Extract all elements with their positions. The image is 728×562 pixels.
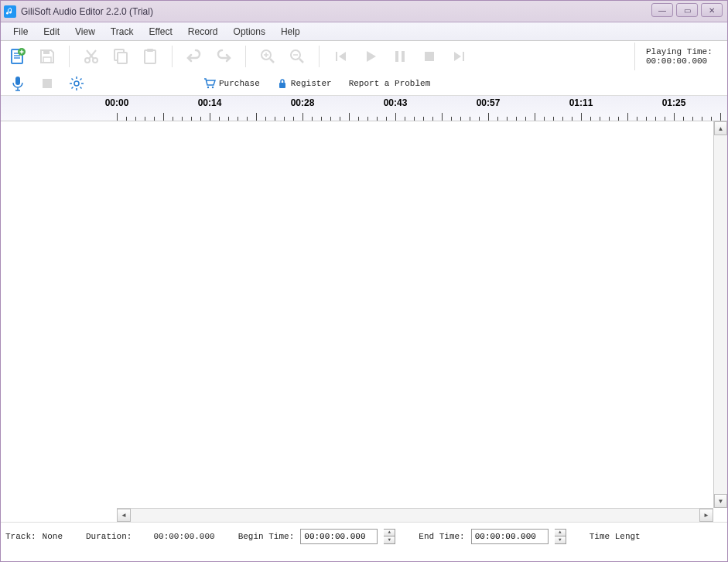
- main-toolbar: Playing Time: 00:00:00.000: [1, 41, 727, 72]
- svg-rect-5: [43, 50, 50, 54]
- timeline-label: 00:57: [477, 97, 501, 108]
- register-label: Register: [291, 79, 332, 88]
- timeline-label: 00:28: [291, 97, 315, 108]
- maximize-button[interactable]: ▭: [676, 3, 698, 17]
- record-mic-button[interactable]: [9, 74, 27, 93]
- play-button[interactable]: [361, 47, 380, 66]
- skip-forward-button[interactable]: [449, 47, 468, 66]
- titlebar: GiliSoft Audio Editor 2.2.0 (Trial) — ▭ …: [1, 1, 727, 22]
- menu-edit[interactable]: Edit: [37, 25, 66, 39]
- stop-record-button[interactable]: [38, 74, 56, 93]
- menu-track[interactable]: Track: [104, 25, 140, 39]
- purchase-label: Purchase: [219, 79, 260, 88]
- report-label: Report a Problem: [349, 79, 431, 88]
- new-file-button[interactable]: [9, 47, 27, 66]
- svg-rect-12: [118, 53, 127, 63]
- track-value: None: [43, 532, 63, 541]
- begin-time-label: Begin Time:: [238, 532, 295, 541]
- svg-line-16: [270, 59, 274, 63]
- svg-rect-25: [425, 52, 434, 61]
- undo-button[interactable]: [185, 47, 203, 66]
- timeline-ruler[interactable]: 00:0000:1400:2800:4300:5701:1101:25: [1, 95, 727, 121]
- end-time-up[interactable]: ▲: [555, 530, 566, 536]
- scroll-left-button[interactable]: ◄: [117, 509, 131, 522]
- end-time-spinner: ▲ ▼: [555, 529, 566, 544]
- menubar: File Edit View Track Effect Record Optio…: [1, 22, 727, 41]
- settings-button[interactable]: [67, 74, 86, 93]
- scroll-down-button[interactable]: ▼: [714, 494, 727, 508]
- minimize-button[interactable]: —: [651, 3, 673, 17]
- timeline-label: 00:00: [105, 97, 129, 108]
- svg-point-4: [18, 48, 26, 56]
- timeline-label: 00:43: [384, 97, 408, 108]
- close-button[interactable]: ✕: [701, 3, 723, 17]
- paste-button[interactable]: [141, 47, 159, 66]
- secondary-toolbar: Purchase Register Report a Problem: [1, 72, 727, 95]
- begin-time-down[interactable]: ▼: [384, 536, 395, 543]
- waveform-canvas[interactable]: [1, 121, 713, 508]
- report-problem-link[interactable]: Report a Problem: [346, 77, 434, 90]
- register-link[interactable]: Register: [274, 77, 335, 90]
- end-time-input[interactable]: [471, 529, 549, 544]
- time-length-label: Time Lengt: [590, 532, 641, 541]
- playing-time-display: Playing Time: 00:00:00.000: [634, 43, 719, 70]
- end-time-down[interactable]: ▼: [555, 536, 566, 543]
- playing-time-label: Playing Time:: [646, 47, 719, 56]
- redo-button[interactable]: [214, 47, 233, 66]
- svg-rect-0: [12, 49, 22, 63]
- track-label: Track:: [5, 532, 36, 541]
- menu-record[interactable]: Record: [182, 25, 224, 39]
- svg-rect-22: [336, 52, 337, 61]
- svg-point-29: [74, 81, 79, 86]
- horizontal-scrollbar: ◄ ►: [117, 508, 713, 522]
- begin-time-spinner: ▲ ▼: [384, 529, 395, 544]
- svg-rect-32: [279, 83, 285, 88]
- waveform-area: ▲ ▼: [1, 121, 727, 508]
- svg-line-20: [299, 59, 303, 63]
- svg-rect-24: [402, 51, 405, 62]
- menu-effect[interactable]: Effect: [142, 25, 178, 39]
- skip-back-button[interactable]: [332, 47, 350, 66]
- end-time-label: End Time:: [419, 532, 464, 541]
- timeline-label: 00:14: [198, 97, 222, 108]
- menu-file[interactable]: File: [7, 25, 34, 39]
- svg-point-31: [212, 87, 214, 88]
- copy-button[interactable]: [111, 47, 130, 66]
- svg-point-19: [291, 50, 300, 60]
- svg-rect-27: [15, 77, 20, 85]
- svg-point-15: [261, 50, 271, 60]
- duration-value: 00:00:00.000: [153, 532, 214, 541]
- statusbar: Track: None Duration: 00:00:00.000 Begin…: [1, 522, 727, 550]
- pause-button[interactable]: [391, 47, 409, 66]
- window-controls: — ▭ ✕: [651, 3, 723, 17]
- horizontal-scroll-track[interactable]: [131, 509, 699, 522]
- cut-button[interactable]: [82, 47, 101, 66]
- save-button[interactable]: [38, 47, 56, 66]
- svg-point-8: [93, 58, 97, 63]
- purchase-link[interactable]: Purchase: [200, 77, 263, 90]
- svg-point-7: [85, 58, 90, 63]
- menu-options[interactable]: Options: [227, 25, 272, 39]
- vertical-scrollbar: ▲ ▼: [713, 121, 727, 508]
- svg-line-9: [89, 50, 96, 59]
- timeline-label: 01:25: [662, 97, 686, 108]
- svg-line-10: [87, 50, 94, 59]
- window-title: GiliSoft Audio Editor 2.2.0 (Trial): [21, 6, 153, 17]
- menu-view[interactable]: View: [69, 25, 101, 39]
- stop-button[interactable]: [420, 47, 439, 66]
- scroll-right-button[interactable]: ►: [699, 509, 713, 522]
- svg-rect-11: [114, 49, 124, 60]
- begin-time-input[interactable]: [300, 529, 378, 544]
- svg-rect-14: [147, 49, 153, 52]
- svg-rect-6: [43, 57, 51, 63]
- duration-label: Duration:: [86, 532, 132, 541]
- playing-time-value: 00:00:00.000: [646, 56, 719, 66]
- svg-point-30: [207, 87, 209, 88]
- zoom-in-button[interactable]: [258, 47, 277, 66]
- svg-rect-13: [145, 50, 156, 63]
- vertical-scroll-track[interactable]: [714, 135, 727, 494]
- scroll-up-button[interactable]: ▲: [714, 121, 727, 135]
- begin-time-up[interactable]: ▲: [384, 530, 395, 536]
- menu-help[interactable]: Help: [275, 25, 306, 39]
- zoom-out-button[interactable]: [288, 47, 306, 66]
